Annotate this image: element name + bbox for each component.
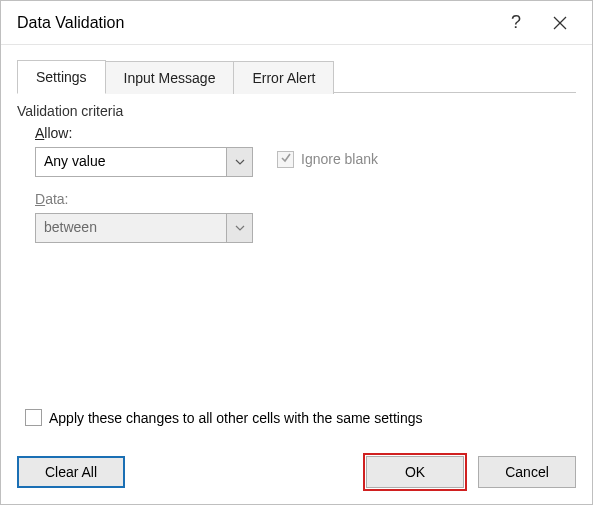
tab-error-alert[interactable]: Error Alert [233, 61, 334, 94]
clear-all-button[interactable]: Clear All [17, 456, 125, 488]
cancel-button[interactable]: Cancel [478, 456, 576, 488]
allow-value: Any value [36, 148, 226, 176]
window-title: Data Validation [17, 14, 494, 32]
chevron-down-icon [226, 148, 252, 176]
help-icon[interactable]: ? [494, 1, 538, 45]
ignore-blank-checkbox: Ignore blank [277, 151, 378, 168]
validation-criteria-legend: Validation criteria [17, 103, 131, 119]
tab-input-message[interactable]: Input Message [105, 61, 235, 94]
data-value: between [36, 214, 226, 242]
data-label: Data: [35, 191, 568, 207]
allow-label: Allow: [35, 125, 568, 141]
apply-changes-label: Apply these changes to all other cells w… [49, 410, 423, 426]
data-combo: between [35, 213, 253, 243]
close-icon[interactable] [538, 1, 582, 45]
validation-criteria-group: Validation criteria Allow: Any value [17, 105, 576, 247]
tab-error-alert-label: Error Alert [252, 70, 315, 86]
chevron-down-icon [226, 214, 252, 242]
apply-changes-checkbox[interactable]: Apply these changes to all other cells w… [25, 409, 423, 426]
ok-label: OK [405, 464, 425, 480]
tab-settings-label: Settings [36, 69, 87, 85]
ok-button[interactable]: OK [366, 456, 464, 488]
cancel-label: Cancel [505, 464, 549, 480]
allow-combo[interactable]: Any value [35, 147, 253, 177]
tab-settings[interactable]: Settings [17, 60, 106, 94]
content-area: Settings Input Message Error Alert Valid… [1, 45, 592, 247]
dialog-window: Data Validation ? Settings Input Message… [0, 0, 593, 505]
checkbox-box [25, 409, 42, 426]
titlebar: Data Validation ? [1, 1, 592, 45]
check-icon [280, 151, 292, 167]
tab-strip: Settings Input Message Error Alert [17, 57, 576, 93]
checkbox-box [277, 151, 294, 168]
apply-changes-row: Apply these changes to all other cells w… [25, 409, 568, 426]
tab-input-message-label: Input Message [124, 70, 216, 86]
clear-all-label: Clear All [45, 464, 97, 480]
ignore-blank-label: Ignore blank [301, 151, 378, 167]
help-symbol: ? [511, 12, 521, 33]
button-row: Clear All OK Cancel [17, 456, 576, 488]
